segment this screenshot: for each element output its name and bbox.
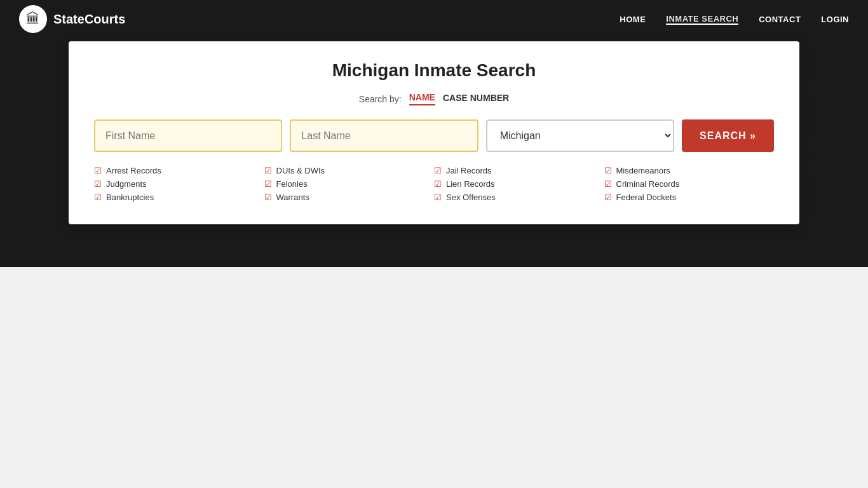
- feature-federal-dockets: ☑ Federal Dockets: [604, 193, 775, 202]
- feature-label: Lien Records: [446, 179, 495, 189]
- feature-label: Felonies: [276, 179, 308, 189]
- hero-section: COURTHOUSE 🏛 StateCourts HOME INMATE SEA…: [0, 0, 868, 267]
- feature-jail-records: ☑ Jail Records: [434, 166, 604, 175]
- check-icon: ☑: [604, 179, 612, 189]
- feature-misdemeanors: ☑ Misdemeanors: [604, 166, 775, 175]
- search-by-label: Search by:: [359, 94, 402, 104]
- feature-label: DUIs & DWIs: [276, 166, 325, 175]
- check-icon: ☑: [264, 179, 272, 189]
- tab-name[interactable]: NAME: [409, 92, 435, 105]
- features-grid: ☑ Arrest Records ☑ DUIs & DWIs ☑ Jail Re…: [94, 166, 774, 202]
- feature-lien-records: ☑ Lien Records: [434, 179, 604, 189]
- nav-login[interactable]: LOGIN: [821, 15, 849, 24]
- check-icon: ☑: [94, 166, 102, 175]
- feature-duis: ☑ DUIs & DWIs: [264, 166, 435, 175]
- search-by-row: Search by: NAME CASE NUMBER: [94, 92, 774, 105]
- search-fields: Michigan SEARCH »: [94, 119, 774, 152]
- feature-label: Arrest Records: [106, 166, 161, 175]
- feature-bankruptcies: ☑ Bankruptcies: [94, 193, 264, 202]
- check-icon: ☑: [434, 193, 442, 202]
- feature-felonies: ☑ Felonies: [264, 179, 435, 189]
- feature-arrest-records: ☑ Arrest Records: [94, 166, 264, 175]
- feature-label: Jail Records: [446, 166, 492, 175]
- nav-links: HOME INMATE SEARCH CONTACT LOGIN: [620, 14, 849, 25]
- feature-label: Misdemeanors: [616, 166, 670, 175]
- first-name-input[interactable]: [94, 119, 282, 152]
- feature-label: Sex Offenses: [446, 193, 496, 202]
- logo-link[interactable]: 🏛 StateCourts: [19, 5, 125, 33]
- feature-label: Bankruptcies: [106, 193, 154, 202]
- navbar: 🏛 StateCourts HOME INMATE SEARCH CONTACT…: [0, 0, 868, 38]
- feature-criminal-records: ☑ Criminal Records: [604, 179, 775, 189]
- check-icon: ☑: [434, 166, 442, 175]
- check-icon: ☑: [434, 179, 442, 189]
- check-icon: ☑: [94, 179, 102, 189]
- feature-sex-offenses: ☑ Sex Offenses: [434, 193, 604, 202]
- check-icon: ☑: [264, 166, 272, 175]
- feature-judgments: ☑ Judgments: [94, 179, 264, 189]
- logo-icon: 🏛: [19, 5, 47, 33]
- state-select[interactable]: Michigan: [486, 119, 674, 152]
- nav-home[interactable]: HOME: [620, 15, 646, 24]
- last-name-input[interactable]: [290, 119, 478, 152]
- check-icon: ☑: [94, 193, 102, 202]
- nav-contact[interactable]: CONTACT: [759, 15, 801, 24]
- search-button[interactable]: SEARCH »: [682, 119, 774, 152]
- logo-text: StateCourts: [53, 12, 125, 27]
- feature-label: Judgments: [106, 179, 147, 189]
- check-icon: ☑: [604, 193, 612, 202]
- feature-warrants: ☑ Warrants: [264, 193, 435, 202]
- feature-label: Federal Dockets: [616, 193, 677, 202]
- feature-label: Warrants: [276, 193, 309, 202]
- search-card: Michigan Inmate Search Search by: NAME C…: [69, 41, 799, 224]
- card-title: Michigan Inmate Search: [94, 60, 774, 81]
- feature-label: Criminal Records: [616, 179, 680, 189]
- nav-inmate-search[interactable]: INMATE SEARCH: [666, 14, 738, 25]
- check-icon: ☑: [264, 193, 272, 202]
- check-icon: ☑: [604, 166, 612, 175]
- tab-case-number[interactable]: CASE NUMBER: [443, 93, 509, 105]
